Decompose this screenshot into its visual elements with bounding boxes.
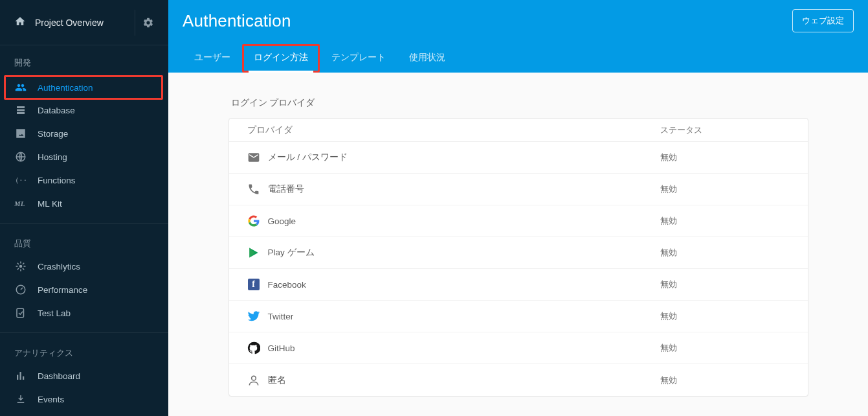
sidebar: Project Overview 開発AuthenticationDatabas… (0, 0, 168, 416)
content-area: ログイン プロバイダ プロバイダ ステータス メール / パスワード無効電話番号… (168, 73, 868, 416)
provider-row[interactable]: Twitter無効 (229, 301, 808, 332)
phone-icon (247, 183, 260, 196)
sidebar-item-database[interactable]: Database (0, 98, 168, 122)
tab-1[interactable]: ログイン方法 (242, 44, 320, 73)
sidebar-item-hosting[interactable]: Hosting (0, 145, 168, 168)
sidebar-item-storage[interactable]: Storage (0, 122, 168, 145)
sidebar-item-label: Storage (38, 129, 68, 139)
sidebar-divider (0, 223, 168, 224)
provider-row[interactable]: Play ゲーム無効 (229, 237, 808, 269)
playgames-icon (247, 246, 260, 259)
sidebar-item-label: Test Lab (38, 308, 71, 318)
sidebar-item-label: Authentication (38, 83, 93, 93)
provider-status: 無効 (660, 375, 790, 386)
page-title: Authentication (183, 11, 291, 31)
sidebar-item-label: Database (38, 106, 75, 115)
tabs: ユーザーログイン方法テンプレート使用状況 (183, 44, 854, 73)
tab-2[interactable]: テンプレート (320, 44, 397, 73)
web-setup-button[interactable]: ウェブ設定 (792, 9, 854, 32)
google-icon (247, 214, 260, 227)
svg-rect-7 (20, 372, 21, 380)
svg-rect-8 (23, 376, 24, 380)
twitter-icon (247, 310, 260, 323)
sidebar-item-label: Crashlytics (38, 262, 80, 272)
main: Authentication ウェブ設定 ユーザーログイン方法テンプレート使用状… (168, 0, 868, 416)
sidebar-item-crashlytics[interactable]: Crashlytics (0, 255, 168, 278)
project-overview-link[interactable]: Project Overview (35, 17, 135, 28)
column-header-status: ステータス (660, 124, 790, 136)
provider-label: Twitter (268, 312, 294, 321)
facebook-icon: f (247, 278, 260, 291)
provider-status: 無効 (660, 152, 790, 163)
provider-label: メール / パスワード (268, 152, 348, 163)
provider-row[interactable]: GitHub無効 (229, 332, 808, 364)
sidebar-section-label: 開発 (0, 45, 168, 74)
mlkit-icon: ML (14, 197, 27, 210)
provider-label: Play ゲーム (268, 247, 315, 259)
provider-label: 匿名 (268, 375, 286, 386)
svg-point-9 (251, 376, 256, 380)
provider-label: Google (268, 216, 296, 226)
tab-0[interactable]: ユーザー (183, 44, 242, 73)
svg-point-3 (19, 265, 23, 268)
sidebar-item-label: Functions (38, 176, 76, 185)
events-icon (14, 393, 27, 406)
provider-status: 無効 (660, 310, 790, 322)
provider-row[interactable]: メール / パスワード無効 (229, 142, 808, 174)
anonymous-icon (247, 374, 260, 387)
provider-row[interactable]: 匿名無効 (229, 364, 808, 396)
provider-status: 無効 (660, 183, 790, 195)
people-icon (14, 81, 27, 94)
sidebar-item-label: Performance (38, 285, 87, 295)
performance-icon (14, 283, 27, 296)
database-icon (14, 104, 27, 117)
provider-label: GitHub (268, 343, 295, 353)
home-icon (14, 16, 26, 29)
sidebar-item-label: Hosting (38, 152, 67, 162)
sidebar-item-label: Events (38, 395, 64, 404)
testlab-icon (14, 306, 27, 319)
provider-status: 無効 (660, 342, 790, 354)
providers-card: プロバイダ ステータス メール / パスワード無効電話番号無効Google無効P… (228, 118, 808, 397)
github-icon (247, 341, 260, 354)
provider-label: Facebook (268, 280, 306, 290)
provider-row[interactable]: Google無効 (229, 205, 808, 237)
sidebar-section-label: アナリティクス (0, 336, 168, 364)
provider-row[interactable]: 電話番号無効 (229, 174, 808, 205)
header: Authentication ウェブ設定 ユーザーログイン方法テンプレート使用状… (168, 0, 868, 73)
hosting-icon (14, 150, 27, 163)
column-header-provider: プロバイダ (247, 124, 660, 136)
provider-status: 無効 (660, 279, 790, 290)
sidebar-item-performance[interactable]: Performance (0, 278, 168, 301)
storage-icon (14, 127, 27, 140)
sidebar-item-events[interactable]: Events (0, 387, 168, 411)
providers-table-header: プロバイダ ステータス (229, 119, 808, 142)
mail-icon (247, 151, 260, 164)
svg-text:(··): (··) (15, 176, 27, 184)
functions-icon: (··) (14, 174, 27, 187)
sidebar-divider (0, 332, 168, 333)
svg-rect-6 (17, 375, 18, 380)
sidebar-item-authentication[interactable]: Authentication (4, 75, 163, 100)
sidebar-header: Project Overview (0, 0, 168, 45)
sidebar-item-dashboard[interactable]: Dashboard (0, 364, 168, 387)
provider-label: 電話番号 (268, 183, 304, 195)
sidebar-section-label: 品質 (0, 226, 168, 255)
sidebar-item-test-lab[interactable]: Test Lab (0, 301, 168, 325)
provider-status: 無効 (660, 215, 790, 227)
provider-status: 無効 (660, 247, 790, 259)
dashboard-icon (14, 369, 27, 382)
sidebar-item-ml-kit[interactable]: MLML Kit (0, 192, 168, 215)
svg-rect-5 (17, 308, 24, 318)
settings-gear-button[interactable] (135, 10, 161, 36)
providers-section-title: ログイン プロバイダ (231, 97, 808, 109)
provider-row[interactable]: fFacebook無効 (229, 269, 808, 301)
crashlytics-icon (14, 260, 27, 273)
tab-3[interactable]: 使用状況 (397, 44, 457, 73)
sidebar-item-functions[interactable]: (··)Functions (0, 168, 168, 192)
svg-text:ML: ML (14, 200, 25, 207)
sidebar-item-label: ML Kit (38, 199, 62, 209)
sidebar-item-label: Dashboard (38, 371, 80, 381)
